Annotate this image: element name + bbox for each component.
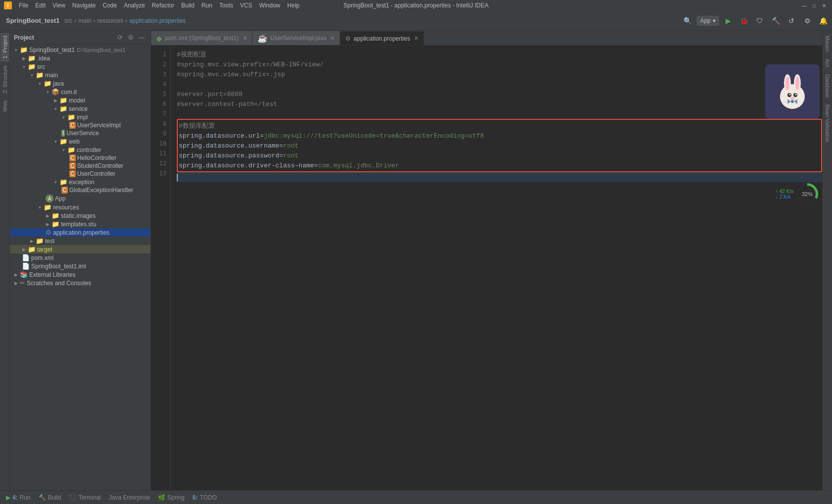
code-line-3: #spring.mvc.view.suffix=.jsp	[177, 69, 822, 79]
line-num-3: 3	[151, 69, 170, 79]
run-button[interactable]: ▶	[721, 14, 735, 28]
tree-item-target[interactable]: ▶ 📁 target	[10, 245, 151, 253]
tree-item-scratches[interactable]: ▶ ✏ Scratches and Consoles	[10, 279, 151, 287]
tree-item-globalexception[interactable]: C GlobalExceptionHandler	[10, 186, 151, 194]
menu-analyze[interactable]: Analyze	[121, 1, 148, 10]
menu-build[interactable]: Build	[178, 1, 198, 10]
tree-item-app[interactable]: A App	[10, 194, 151, 203]
tree-item-staticimages[interactable]: ▶ 📁 static.images	[10, 211, 151, 220]
menu-run[interactable]: Run	[199, 1, 215, 10]
menu-vcs[interactable]: VCS	[237, 1, 256, 10]
tree-item-templates[interactable]: ▶ 📁 templates.stu	[10, 220, 151, 228]
bottom-tab-spring[interactable]: 🌿 Spring	[154, 491, 189, 504]
minimize-panel-button[interactable]: —	[137, 33, 147, 43]
tree-item-iml[interactable]: 📄 SpringBoot_test1.iml	[10, 262, 151, 270]
run-with-coverage-button[interactable]: 🛡	[753, 14, 767, 28]
menu-help[interactable]: Help	[284, 1, 303, 10]
run-config-dropdown[interactable]: App ▾	[697, 16, 719, 26]
tab-pom[interactable]: ◆ pom.xml (SpringBoot_test1) ✕	[151, 31, 253, 45]
tab-appprops[interactable]: ⚙ application.properties ✕	[340, 31, 424, 45]
bottom-tab-todo[interactable]: 6: TODO	[189, 491, 221, 504]
toolbar-right: 🔍 App ▾ ▶ 🐞 🛡 🔨 ↺ ⚙ 🔔	[681, 14, 830, 28]
folder-icon: 📁	[59, 97, 67, 104]
tree-item-userserviceimpl[interactable]: C UserServiceImpl	[10, 121, 151, 129]
tree-item-test[interactable]: ▶ 📁 test	[10, 237, 151, 245]
settings-button[interactable]: ⚙	[800, 14, 814, 28]
tree-label-app: App	[55, 195, 65, 202]
bottom-tab-java-enterprise[interactable]: Java Enterprise	[105, 491, 154, 504]
tree-label-idea: .idea	[37, 55, 50, 62]
tree-item-resources[interactable]: ▾ 📁 resources	[10, 203, 151, 211]
tree-arrow-tmpl: ▶	[44, 222, 52, 227]
right-tab-maven[interactable]: Maven	[823, 33, 832, 55]
bottom-tab-run[interactable]: ▶ 4: Run	[2, 491, 35, 504]
code-editor[interactable]: #视图配置 #spring.mvc.view.prefix=/WEB-INF/v…	[171, 46, 822, 186]
side-tab-web[interactable]: Web	[0, 98, 9, 114]
breadcrumb-main[interactable]: main	[78, 17, 91, 24]
breadcrumb-resources[interactable]: resources	[97, 17, 123, 24]
sync-panel-button[interactable]: ⟳	[115, 33, 125, 43]
je-tab-label: Java Enterprise	[109, 494, 150, 501]
tree-item-usercontroller[interactable]: C UserController	[10, 170, 151, 178]
tree-item-service[interactable]: ▾ 📁 service	[10, 104, 151, 113]
tree-item-main[interactable]: ▾ 📁 main	[10, 71, 151, 79]
tree-item-studentcontroller[interactable]: C StudentController	[10, 162, 151, 170]
menu-edit[interactable]: Edit	[32, 1, 49, 10]
bottom-tab-build[interactable]: 🔨 Build	[35, 491, 65, 504]
side-tab-project[interactable]: 1: Project	[0, 33, 9, 61]
menu-view[interactable]: View	[50, 1, 68, 10]
menu-code[interactable]: Code	[100, 1, 120, 10]
menu-file[interactable]: File	[16, 1, 31, 10]
tree-label-resources: resources	[53, 204, 79, 211]
bottom-tab-terminal[interactable]: ⬛ Terminal	[65, 491, 104, 504]
breadcrumb-file[interactable]: application.properties	[129, 17, 186, 24]
notification-button[interactable]: 🔔	[816, 14, 830, 28]
tab-userserviceimpl[interactable]: ☕ UserServiceImpl.java ✕	[253, 31, 340, 45]
menu-refactor[interactable]: Refactor	[149, 1, 177, 10]
menu-tools[interactable]: Tools	[216, 1, 236, 10]
side-tab-structure[interactable]: 2: Structure	[0, 62, 9, 97]
code-wrapper[interactable]: #视图配置 #spring.mvc.view.prefix=/WEB-INF/v…	[171, 46, 822, 490]
tree-item-extlibs[interactable]: ▶ 📚 External Libraries	[10, 270, 151, 279]
sync-button[interactable]: ↺	[784, 14, 798, 28]
code-key-9: spring.datasource.url=	[179, 132, 264, 140]
tab-usi-close[interactable]: ✕	[330, 35, 335, 42]
tree-item-hellocontroller[interactable]: C HelloController	[10, 154, 151, 162]
tree-item-pomxml[interactable]: 📄 pom.xml	[10, 253, 151, 262]
tree-label-root: SpringBoot_test1	[29, 47, 75, 53]
tree-item-controller[interactable]: ▾ 📁 controller	[10, 146, 151, 154]
search-everywhere-button[interactable]: 🔍	[681, 14, 695, 28]
tree-item-impl[interactable]: ▾ 📁 impl	[10, 113, 151, 121]
menu-navigate[interactable]: Navigate	[69, 1, 99, 10]
svg-point-3	[785, 76, 789, 90]
tree-item-java[interactable]: ▾ 📁 java	[10, 79, 151, 88]
tree-item-userservice[interactable]: I UserService	[10, 129, 151, 137]
tree-item-idea[interactable]: ▶ 📁 .idea	[10, 54, 151, 62]
tree-item-root[interactable]: ▾ 📁 SpringBoot_test1 D:\SpringBoot_test1	[10, 46, 151, 54]
tree-item-exception[interactable]: ▾ 📁 exception	[10, 178, 151, 186]
maximize-button[interactable]: □	[810, 1, 818, 9]
net-download: ↓ 2 K/s	[776, 194, 793, 200]
tree-item-model[interactable]: ▶ 📁 model	[10, 96, 151, 104]
tree-item-web[interactable]: ▾ 📁 web	[10, 137, 151, 146]
right-tab-database[interactable]: Database	[823, 71, 832, 101]
line-num-10: 10	[151, 139, 170, 149]
java-icon: ☕	[258, 34, 267, 43]
tab-pom-close[interactable]: ✕	[243, 35, 247, 42]
tree-arrow-test: ▶	[28, 239, 36, 244]
tree-item-appprops[interactable]: ⚙ application.properties	[10, 228, 151, 237]
right-tab-bean-validation[interactable]: Bean Validation	[823, 101, 832, 145]
gear-panel-button[interactable]: ⚙	[126, 33, 136, 43]
close-button[interactable]: ✕	[820, 1, 828, 9]
right-tab-ant[interactable]: Ant	[823, 56, 832, 70]
code-line-13[interactable]	[177, 172, 822, 182]
tree-label-geh: GlobalExceptionHandler	[69, 187, 133, 194]
build-button[interactable]: 🔨	[769, 14, 782, 28]
minimize-button[interactable]: —	[800, 1, 808, 9]
tree-item-comit[interactable]: ▾ 📦 com.it	[10, 88, 151, 96]
tab-appprops-close[interactable]: ✕	[414, 35, 418, 42]
debug-button[interactable]: 🐞	[737, 14, 751, 28]
tree-item-src[interactable]: ▾ 📁 src	[10, 62, 151, 71]
breadcrumb-src[interactable]: src	[64, 17, 72, 24]
menu-window[interactable]: Window	[256, 1, 283, 10]
